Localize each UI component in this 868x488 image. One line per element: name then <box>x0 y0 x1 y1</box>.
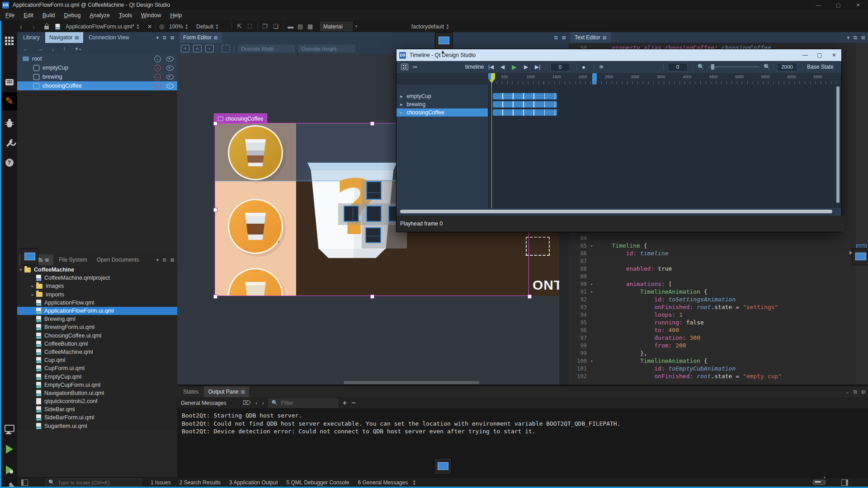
project-file-row[interactable]: CoffeeMachine.qmlproject <box>17 274 177 282</box>
close-tab-icon[interactable]: ⊠ <box>214 35 218 41</box>
menu-item[interactable]: Debug <box>60 12 85 19</box>
no-snapping-icon[interactable]: ✕ <box>181 45 189 52</box>
menu-item[interactable]: File <box>1 12 19 19</box>
resize-handle[interactable] <box>370 122 374 126</box>
back-icon[interactable]: ‹ <box>20 21 22 32</box>
curve-editor-icon[interactable]: ≋ <box>599 61 604 73</box>
code-line[interactable]: 101 id: toEmptyCubAnimation <box>569 365 856 372</box>
kit-selector[interactable]: factorydefault▲▼ <box>411 21 449 32</box>
console-output[interactable]: Boot2Qt: Starting QDB host server.Boot2Q… <box>177 408 868 481</box>
output-pane-button[interactable]: 2 Search Results <box>179 479 221 486</box>
expander-icon[interactable]: ▾ <box>17 267 24 272</box>
close-tab-icon[interactable]: ⊠ <box>241 389 245 395</box>
resize-handle[interactable] <box>528 295 532 299</box>
prev-output-icon[interactable]: ‹ <box>255 399 257 406</box>
close-pane-icon[interactable]: ⊠ <box>861 389 865 395</box>
project-file-row[interactable]: Brewing.qml <box>17 315 177 323</box>
override-height-field[interactable]: Override Height <box>298 45 355 52</box>
style-selector[interactable]: Default▲▼ <box>196 21 219 32</box>
help-mode-icon[interactable]: ? <box>1 155 17 171</box>
canvas-horizontal-scrollbar[interactable] <box>344 381 479 384</box>
override-width-field[interactable]: Override Width <box>238 45 295 52</box>
project-file-row[interactable]: ▸ imports <box>17 291 177 299</box>
timeline-horizontal-scrollbar[interactable] <box>400 210 832 213</box>
to-end-button[interactable]: ▶| <box>535 61 540 73</box>
annotations-icon[interactable]: ◎ <box>159 21 164 32</box>
material-selector[interactable]: Material ▼ <box>320 21 358 32</box>
pane-nav-arrows-icon[interactable]: ▲▼ <box>412 479 416 486</box>
move-left-icon[interactable]: ← <box>23 45 29 52</box>
timeline-zoom-slider[interactable] <box>708 61 759 73</box>
panel-menu-icon[interactable]: ▾ <box>156 257 159 263</box>
run-button[interactable] <box>1 441 17 457</box>
edit-mode-icon[interactable] <box>1 74 17 90</box>
project-file-row[interactable]: CoffeeButton.qml <box>17 340 177 348</box>
project-file-row[interactable]: SideBarForm.ui.qml <box>17 413 177 422</box>
move-up-icon[interactable]: ↑ <box>63 45 66 52</box>
open-document-selector[interactable]: ApplicationFlowForm.ui.qml*▲▼ <box>66 21 140 32</box>
project-file-row[interactable]: ▾ CoffeeMachine <box>17 266 177 274</box>
code-block[interactable]: 84 85 ▾ Timeline { 86 id: timeline <box>569 234 856 380</box>
toggle-right-sidebar-icon[interactable] <box>841 479 848 486</box>
next-output-icon[interactable]: › <box>262 399 264 406</box>
selection-tag[interactable]: choosingCoffee <box>214 113 267 124</box>
project-file-row[interactable]: EmptyCup.qml <box>17 372 177 380</box>
expander-icon[interactable]: ▸ <box>29 292 36 297</box>
expand-track-icon[interactable]: ▶ <box>400 94 403 99</box>
export-toggle-icon[interactable]: ← <box>154 83 161 89</box>
zoom-in-icon[interactable]: 🔍 <box>764 61 770 73</box>
timeline-ruler[interactable]: 5001000150020002500300035004000450050005… <box>396 73 841 85</box>
next-frame-button[interactable]: ▶ <box>524 61 528 73</box>
split-panel-icon[interactable]: ⧉ <box>163 35 166 41</box>
timeline-titlebar[interactable]: DS Timeline - Qt Design Studio — ▢ ✕ <box>396 49 841 61</box>
debug-mode-icon[interactable] <box>1 116 17 132</box>
navigator-item[interactable]: emptyCup ← <box>17 63 177 72</box>
navigator-item[interactable]: root ← <box>17 54 177 63</box>
code-line[interactable]: 88 enabled: true <box>569 265 856 272</box>
tab-open-documents[interactable]: Open Documents <box>93 254 143 265</box>
clear-output-icon[interactable]: ⌦ <box>243 399 251 406</box>
tab-output-pane[interactable]: Output Pane⊠ <box>204 386 249 397</box>
output-pane-button[interactable]: 1 Issues <box>151 479 171 486</box>
close-panel-icon[interactable]: ⊠ <box>562 35 566 41</box>
code-line[interactable]: 95 running: false <box>569 319 856 326</box>
project-file-row[interactable]: ApplicationFlowForm.ui.qml <box>17 307 177 315</box>
menu-item[interactable]: Tools <box>114 12 137 19</box>
fold-marker-icon[interactable]: ▾ <box>590 244 598 248</box>
end-frame-field[interactable]: 2000 <box>777 61 797 73</box>
project-file-row[interactable]: SugarItem.ui.qml <box>17 422 177 430</box>
close-button[interactable]: ✕ <box>827 49 841 61</box>
debug-run-button[interactable] <box>1 462 17 478</box>
menu-item[interactable]: Analyze <box>85 12 114 19</box>
code-line[interactable]: 94 loops: 1 <box>569 311 856 319</box>
filter-icon[interactable]: ▼▾ <box>74 46 81 52</box>
visibility-eye-icon[interactable] <box>166 84 174 89</box>
snap-parent-icon[interactable]: ▪ <box>205 45 214 52</box>
tab-form-editor[interactable]: Form Editor⊠ <box>179 32 222 43</box>
visibility-eye-icon[interactable] <box>166 75 174 80</box>
resize-handle[interactable] <box>213 122 217 126</box>
snap-anchors-icon[interactable]: A <box>193 45 202 52</box>
export-toggle-icon[interactable]: ← <box>154 65 161 71</box>
code-line[interactable]: 93 onFinished: root.state = "settings" <box>569 303 856 311</box>
tab-connection-view[interactable]: Connection View <box>85 32 133 43</box>
timeline-settings-icon[interactable] <box>401 61 408 73</box>
expand-track-icon[interactable]: ▶ <box>400 103 403 107</box>
to-start-button[interactable]: |◀ <box>488 61 494 73</box>
project-file-row[interactable]: BrewingForm.ui.qml <box>17 323 177 331</box>
timeline-track-row[interactable]: ▶ brewing <box>396 100 488 108</box>
close-document-icon[interactable]: ✕ <box>147 21 152 32</box>
code-line[interactable]: 102 onFinished: root.state = "empty cup" <box>569 372 856 380</box>
cut-keyframes-icon[interactable]: ✂ <box>413 61 418 73</box>
previous-frame-button[interactable]: ◀ <box>500 61 505 73</box>
move-right-icon[interactable]: → <box>37 45 43 52</box>
current-frame-field[interactable]: 0 <box>550 61 570 73</box>
zoom-level-selector[interactable]: 100%▲▼ <box>169 21 189 32</box>
menu-item[interactable]: Build <box>38 12 60 19</box>
keyframe-bar-choosingcoffee[interactable] <box>493 109 557 116</box>
kit-selector-icon[interactable] <box>1 420 17 436</box>
design-mode-icon[interactable]: ✎ <box>1 92 17 110</box>
list-view-icon[interactable]: ▬ <box>288 21 293 32</box>
filter-input[interactable] <box>280 399 332 407</box>
code-line[interactable]: 89 <box>569 272 856 280</box>
